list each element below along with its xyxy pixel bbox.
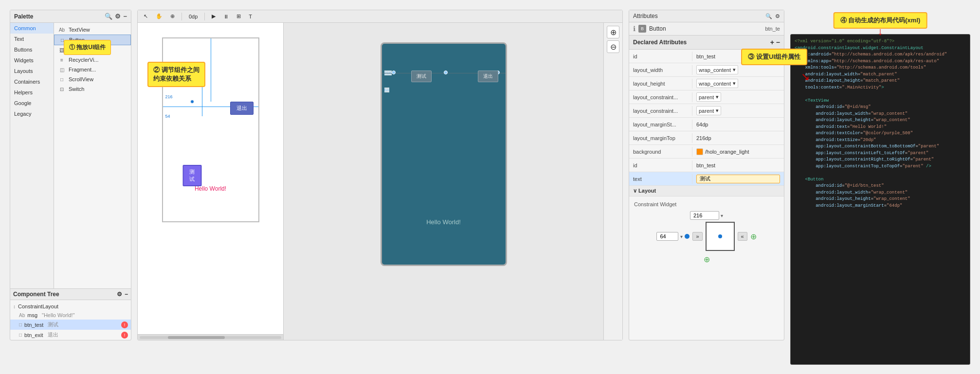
declared-attrs-title: Declared Attributes — [633, 39, 687, 46]
palette-settings-icon[interactable]: ⚙ — [115, 13, 121, 20]
canvas-btn-test[interactable]: 测试 — [182, 165, 201, 186]
sidebar-item-legacy[interactable]: Legacy — [10, 108, 54, 119]
textview-icon: Ab — [58, 27, 66, 33]
sidebar-item-widgets[interactable]: Widgets — [10, 55, 54, 66]
attr-name-margin-top: layout_marginTop — [629, 133, 692, 143]
palette-category-list: Common Text Buttons Widgets Layouts Cont… — [10, 23, 54, 288]
attr-row-id2[interactable]: id btn_test — [629, 159, 784, 172]
ct-btn-test-item[interactable]: □ btn_test 测试 ! — [10, 320, 131, 330]
ct-msg-id: msg — [27, 312, 37, 318]
phone-handle-left[interactable] — [392, 71, 396, 74]
attr-search-icon[interactable]: 🔍 — [765, 13, 772, 19]
remove-attr-icon[interactable]: − — [776, 38, 780, 46]
toolbar-pause-icon[interactable]: ⏸ — [221, 13, 231, 20]
dim-label-216: 216 — [165, 94, 173, 99]
attr-settings-icon[interactable]: ⚙ — [775, 13, 780, 19]
cw-center-box — [706, 222, 735, 251]
add-attr-icon[interactable]: + — [770, 38, 774, 46]
sidebar-item-buttons[interactable]: Buttons — [10, 44, 54, 55]
toolbar-play-icon[interactable]: ▶ — [210, 12, 218, 20]
sidebar-item-layouts[interactable]: Layouts — [10, 66, 54, 76]
ct-msg-detail: "Hello World!" — [42, 312, 75, 318]
ct-settings-icon[interactable]: ⚙ — [117, 291, 122, 298]
ct-btn-exit-icon: □ — [19, 332, 22, 338]
palette-item-recyclerview[interactable]: ≡ RecyclerVi... — [54, 55, 131, 65]
cw-arrow-left-btn[interactable]: « — [738, 232, 747, 241]
toolbar-text-icon[interactable]: T — [247, 13, 254, 20]
attr-row-constraint-2[interactable]: layout_constraint... parent ▾ — [629, 104, 784, 118]
canvas-hello-world: Hello World! — [195, 185, 226, 192]
layout-height-dropdown[interactable]: wrap_content ▾ — [696, 79, 738, 88]
scrollview-icon: □ — [58, 77, 66, 82]
zoom-in-button[interactable]: ⊕ — [607, 26, 619, 38]
xml-red-arrow-down: ↓ — [878, 25, 883, 38]
attr-row-text[interactable]: text — [629, 172, 784, 186]
phone-btn-test[interactable]: 测试 — [411, 71, 432, 82]
attr-row-margin-top[interactable]: layout_marginTop 216dp — [629, 131, 784, 145]
attr-name-constraint-2: layout_constraint... — [629, 106, 692, 116]
ct-btn-exit-id: btn_exit — [24, 332, 43, 338]
ct-btn-exit-item[interactable]: □ btn_exit 退出 ! — [10, 330, 131, 340]
attributes-title: Attributes — [633, 13, 658, 19]
palette-item-scrollview[interactable]: □ ScrollView — [54, 74, 131, 84]
palette-item-switch[interactable]: ⊡ Switch — [54, 84, 131, 94]
attr-row-margin-start[interactable]: layout_marginSt... 64dp — [629, 118, 784, 131]
constraint-widget: Constraint Widget ▾ ▾ » — [629, 196, 784, 269]
layout-width-arrow: ▾ — [733, 67, 736, 73]
layout-section-header: ∨ Layout — [629, 186, 784, 196]
cw-top-arrow[interactable]: ▾ — [721, 213, 723, 218]
cw-top-input[interactable] — [690, 211, 719, 220]
sidebar-item-helpers[interactable]: Helpers — [10, 87, 54, 98]
cw-left-arrow[interactable]: ▾ — [680, 234, 683, 239]
attr-row-background[interactable]: background /holo_orange_light — [629, 145, 784, 159]
attr-name-background: background — [629, 147, 692, 157]
canvas-btn-exit[interactable]: 退出 — [230, 102, 254, 115]
design-panel: ↖ ✋ ⊕ 0dp ▶ ⏸ ⊞ T ② 调节组件之间约束依赖关系 ↙ — [137, 10, 623, 340]
layout-section-chevron[interactable]: ∨ — [633, 188, 638, 194]
sidebar-item-containers[interactable]: Containers — [10, 76, 54, 87]
text-input-field[interactable] — [696, 175, 780, 183]
constraint-1-dropdown[interactable]: parent ▾ — [696, 92, 721, 102]
cw-left-input[interactable] — [656, 232, 678, 241]
cw-bottom-plus[interactable]: ⊕ — [704, 255, 710, 264]
attr-row-layout-width[interactable]: layout_width wrap_content ▾ — [629, 63, 784, 77]
toolbar-table-icon[interactable]: ⊞ — [235, 12, 243, 20]
palette-item-fragment[interactable]: ◫ Fragment... — [54, 65, 131, 74]
phone-hello-world: Hello World! — [426, 218, 461, 226]
toolbar-zoom-icon[interactable]: ⊕ — [168, 12, 177, 20]
palette-close-icon[interactable]: − — [123, 13, 127, 20]
cw-arrow-right-btn[interactable]: » — [692, 232, 702, 241]
attr-row-constraint-1[interactable]: layout_constraint... parent ▾ — [629, 90, 784, 104]
palette-title: Palette — [14, 13, 33, 20]
ct-root-item[interactable]: ↕ ConstraintLayout — [10, 302, 131, 311]
handle-right[interactable] — [190, 100, 194, 104]
ct-msg-item[interactable]: Ab msg "Hello World!" — [10, 311, 131, 320]
constraint-2-dropdown[interactable]: parent ▾ — [696, 106, 721, 115]
attr-name-constraint-1: layout_constraint... — [629, 92, 692, 102]
phone-btn-exit[interactable]: 退出 — [478, 71, 498, 82]
right-side-buttons: ⊕ ⊖ — [603, 23, 622, 340]
constraint-2-value: parent — [699, 108, 714, 114]
zoom-out-button[interactable]: ⊖ — [607, 40, 619, 53]
toolbar-arrow-icon[interactable]: ↖ — [142, 12, 150, 20]
constraint-1-value: parent — [699, 94, 714, 100]
attr-value-constraint-1: parent ▾ — [692, 90, 784, 104]
attr-value-id2: btn_test — [692, 160, 784, 170]
toolbar-hand-icon[interactable]: ✋ — [154, 12, 164, 20]
cw-right-plus[interactable]: ⊕ — [750, 232, 757, 241]
phone-dim-64: 64 — [384, 88, 389, 92]
palette-item-textview[interactable]: Ab TextView — [54, 25, 131, 35]
component-tree-title: Component Tree — [13, 291, 59, 298]
sidebar-item-text[interactable]: Text — [10, 34, 54, 44]
sidebar-item-google[interactable]: Google — [10, 98, 54, 108]
palette-search-icon[interactable]: 🔍 — [105, 13, 112, 20]
phone-handle-center[interactable] — [444, 71, 448, 74]
attr-row-layout-height[interactable]: layout_height wrap_content ▾ — [629, 77, 784, 90]
layout-width-dropdown[interactable]: wrap_content ▾ — [696, 65, 738, 74]
toolbar-dp-offset[interactable]: 0dp — [187, 13, 200, 20]
sidebar-item-common[interactable]: Common — [10, 23, 54, 34]
h-scrollbar[interactable] — [138, 334, 283, 340]
background-color-swatch[interactable] — [696, 148, 703, 155]
ct-minus-icon[interactable]: − — [125, 291, 128, 298]
attr-info-icon: ℹ — [633, 25, 635, 33]
